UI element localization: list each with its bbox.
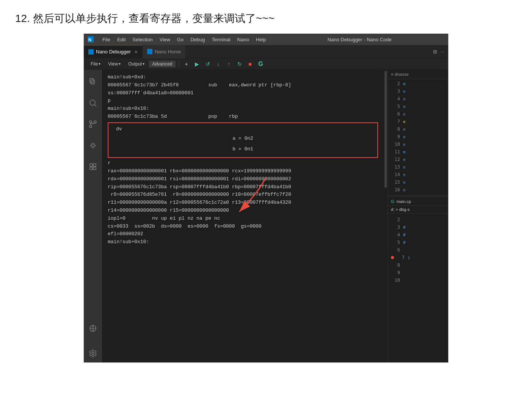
variable-b: b = 0n1 [116, 144, 370, 155]
line-7: 7 e [388, 118, 448, 125]
line-16: 16 e [388, 186, 448, 194]
variable-a: a = 0n2 [116, 133, 370, 144]
toolbar-g-button[interactable]: G [256, 59, 265, 69]
line-code-11: m [403, 150, 406, 155]
line-8: 8 e [388, 125, 448, 133]
code-line-efl: efl=00000202 [108, 230, 378, 238]
line-4: 4 e [388, 95, 448, 103]
tab-more-icon[interactable]: ··· [440, 49, 444, 55]
toolbar-restart-button[interactable]: ↻ [235, 59, 244, 69]
toolbar-view[interactable]: View ▾ [105, 61, 124, 67]
line-code-12: e [403, 157, 406, 162]
line-6: 6 e [388, 110, 448, 118]
src-code-7: i [408, 255, 410, 260]
menu-selection[interactable]: Selection [129, 36, 155, 43]
svg-point-4 [90, 100, 95, 105]
src-num-8: 8 [391, 262, 400, 268]
activity-git[interactable] [84, 115, 102, 133]
line-5: 5 e [388, 103, 448, 110]
toolbar-separator [179, 61, 179, 67]
toolbar-play-button[interactable]: ▶ [193, 59, 202, 69]
window-title: Nano Debugger - Nano Code [328, 37, 392, 42]
menu-go[interactable]: Go [174, 36, 187, 43]
menu-help[interactable]: Help [253, 36, 269, 43]
source-lines: 2 3 # 4 # 5 # 6 7 [388, 215, 448, 285]
line-num-11: 11 [391, 149, 400, 155]
line-num-4: 4 [391, 96, 400, 102]
toolbar-output[interactable]: Output ▾ [125, 61, 148, 67]
toolbar-advanced[interactable]: Advanced [149, 61, 175, 67]
src-line-6: 6 [388, 246, 448, 254]
activity-remote[interactable] [84, 319, 102, 337]
svg-rect-13 [90, 167, 93, 170]
tab-label-debugger: Nano Debugger [96, 49, 131, 55]
toolbar-stop-button[interactable]: ■ [246, 59, 255, 69]
code-line-r14: r14=0000000000000000 r15=000000000000000… [108, 207, 378, 215]
activity-search[interactable] [84, 94, 102, 112]
toolbar-add-button[interactable]: + [182, 59, 191, 69]
code-line-rdx: rdx=0000000000000001 rsi=000000000000000… [108, 175, 378, 183]
src-line-7: 7 i [388, 254, 448, 261]
tab-nano-home[interactable]: Nano Home [143, 45, 186, 58]
src-num-6: 6 [391, 247, 400, 253]
activity-settings[interactable] [84, 344, 102, 362]
code-line-last: main!sub+0x10: [108, 238, 378, 246]
line-11: 11 m [388, 148, 448, 156]
menu-edit[interactable]: Edit [114, 36, 129, 43]
src-line-8: 8 [388, 261, 448, 269]
tab-icon-debugger [88, 49, 94, 55]
debug-label-main: main.cp [397, 199, 411, 204]
menu-file[interactable]: File [99, 36, 113, 43]
tab-split-icon[interactable]: ⊞ [433, 49, 437, 55]
line-num-7: 7 [391, 119, 400, 124]
tab-nano-debugger[interactable]: Nano Debugger × [84, 45, 143, 58]
src-num-7: 7 [395, 255, 405, 260]
disassembly-lines: 2 m 3 e 4 e 5 e 6 e [388, 79, 448, 194]
menu-nano[interactable]: Nano [234, 36, 252, 43]
tab-actions: ⊞ ··· [433, 49, 448, 55]
line-code-13: e [403, 165, 406, 170]
svg-text:N: N [88, 37, 91, 42]
src-num-9: 9 [391, 270, 400, 275]
menu-debug[interactable]: Debug [187, 36, 208, 43]
line-2: 2 m [388, 80, 448, 87]
activity-extensions[interactable] [84, 158, 102, 176]
src-code-4: # [403, 233, 406, 237]
vertical-scrollbar[interactable] [384, 70, 388, 362]
toolbar-step-into-button[interactable]: ↑ [224, 59, 234, 69]
svg-rect-2 [90, 78, 93, 83]
line-num-5: 5 [391, 104, 400, 109]
right-panel-header: ≡ disasse [388, 70, 448, 79]
code-line-2: 00005567`6c1c73b7 2b45f8 sub eax,dword p… [108, 81, 378, 89]
line-code-2: m [403, 81, 406, 86]
scrollbar-thumb[interactable] [384, 71, 387, 188]
toolbar-step-over-button[interactable]: ↓ [214, 59, 223, 69]
dv-label: dv [116, 125, 370, 133]
line-num-15: 15 [391, 180, 400, 185]
line-num-2: 2 [391, 81, 400, 86]
tab-bar: Nano Debugger × Nano Home ⊞ ··· [84, 45, 448, 58]
app-icon: N [88, 36, 94, 42]
menu-terminal[interactable]: Terminal [209, 36, 233, 43]
toolbar-step-back-button[interactable]: ↺ [203, 59, 212, 69]
toolbar-file[interactable]: File ▾ [88, 61, 104, 67]
debug-label-d: d: > dbg-s [391, 207, 410, 212]
content-area[interactable]: main!sub+0xd: 00005567`6c1c73b7 2b45f8 s… [102, 70, 384, 362]
var-b-text: b = 0n1 [232, 146, 253, 152]
svg-point-7 [94, 121, 96, 123]
code-line-r8: r8=000055676d85e761 r9=0000000000000000 … [108, 191, 378, 199]
activity-debug[interactable] [84, 136, 102, 155]
svg-point-6 [89, 121, 92, 123]
line-num-8: 8 [391, 126, 400, 132]
menu-view[interactable]: View [157, 36, 173, 43]
svg-rect-12 [93, 164, 96, 166]
line-code-4: e [403, 97, 406, 102]
svg-point-8 [89, 125, 92, 128]
svg-point-10 [91, 144, 94, 147]
right-panel: ≡ disasse 2 m 3 e 4 e 5 e [388, 70, 448, 362]
activity-files[interactable] [84, 73, 102, 91]
line-code-14: e [403, 172, 406, 177]
src-line-4: 4 # [388, 231, 448, 239]
line-12: 12 e [388, 156, 448, 163]
tab-close-debugger[interactable]: × [135, 49, 138, 55]
